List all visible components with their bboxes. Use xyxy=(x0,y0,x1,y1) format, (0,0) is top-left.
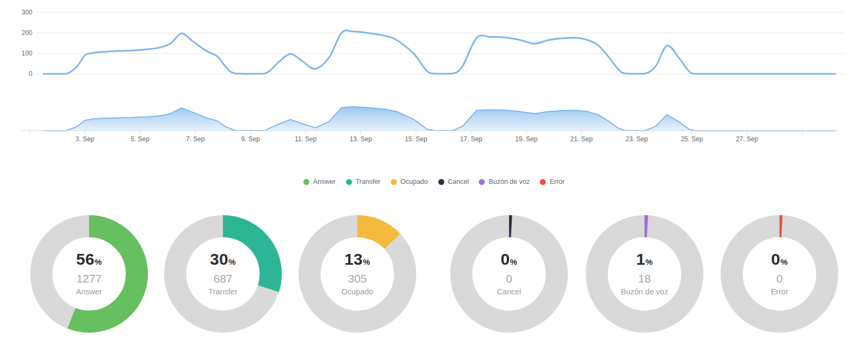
y-axis-label: 300 xyxy=(22,9,32,16)
legend-label: Answer xyxy=(313,178,336,185)
legend-item-cancel[interactable]: Cancel xyxy=(438,178,469,185)
legend-label: Cancel xyxy=(448,178,469,185)
legend-label: Ocupado xyxy=(401,178,428,185)
legend-item-ocupado[interactable]: Ocupado xyxy=(391,178,428,185)
donut-answer: 56%1277Answer xyxy=(27,212,151,336)
y-grid: 0100200300 xyxy=(22,9,845,78)
x-axis: 3. Sep5. Sep7. Sep9. Sep11. Sep13. Sep15… xyxy=(21,131,838,143)
y-axis-label: 0 xyxy=(29,70,32,78)
legend-dot-icon xyxy=(391,179,397,185)
navigator-chart[interactable] xyxy=(44,107,836,131)
donut-transfer: 30%687Transfer xyxy=(161,212,285,336)
x-axis-label: 25. Sep xyxy=(681,135,703,143)
x-axis-label: 19. Sep xyxy=(515,135,538,143)
donut-buzón-de-voz: 1%18Buzón de voz xyxy=(582,212,707,336)
timeline-chart: 01002003003. Sep5. Sep7. Sep9. Sep11. Se… xyxy=(0,0,868,162)
donut-error: 0%0Error xyxy=(717,212,842,336)
x-axis-label: 23. Sep xyxy=(626,135,648,143)
x-axis-label: 9. Sep xyxy=(241,135,260,143)
x-axis-label: 7. Sep xyxy=(186,135,205,143)
donut-ring xyxy=(582,212,707,336)
legend-dot-icon xyxy=(346,179,352,185)
legend-dot-icon xyxy=(438,179,444,185)
donut-ring xyxy=(447,212,571,336)
donut-ring xyxy=(161,212,285,336)
legend-item-error[interactable]: Error xyxy=(540,178,565,185)
y-axis-label: 100 xyxy=(22,50,32,57)
legend-dot-icon xyxy=(540,179,546,185)
donut-ocupado: 13%305Ocupado xyxy=(295,212,419,336)
x-axis-label: 5. Sep xyxy=(131,135,150,143)
donut-cancel: 0%0Cancel xyxy=(447,212,571,336)
chart-legend: AnswerTransferOcupadoCancelBuzón de vozE… xyxy=(0,174,868,190)
legend-dot-icon xyxy=(303,179,309,185)
y-axis-label: 200 xyxy=(22,29,32,37)
call-statistics-dashboard: 01002003003. Sep5. Sep7. Sep9. Sep11. Se… xyxy=(0,0,868,351)
legend-dot-icon xyxy=(479,179,485,185)
donut-ring xyxy=(27,212,151,336)
x-axis-label: 27. Sep xyxy=(736,135,758,143)
x-axis-label: 11. Sep xyxy=(295,135,317,143)
legend-item-buzón-de-voz[interactable]: Buzón de voz xyxy=(479,178,530,185)
legend-label: Transfer xyxy=(356,178,381,185)
x-axis-label: 21. Sep xyxy=(571,135,593,143)
donut-ring xyxy=(295,212,419,336)
legend-label: Error xyxy=(550,178,565,185)
legend-label: Buzón de voz xyxy=(489,178,530,185)
donut-ring xyxy=(717,212,842,336)
main-series-line xyxy=(44,31,836,74)
legend-item-answer[interactable]: Answer xyxy=(303,178,336,185)
x-axis-label: 15. Sep xyxy=(405,135,428,143)
x-axis-label: 3. Sep xyxy=(76,135,94,143)
legend-item-transfer[interactable]: Transfer xyxy=(346,178,381,185)
x-axis-label: 17. Sep xyxy=(460,135,483,143)
x-axis-label: 13. Sep xyxy=(350,135,372,143)
